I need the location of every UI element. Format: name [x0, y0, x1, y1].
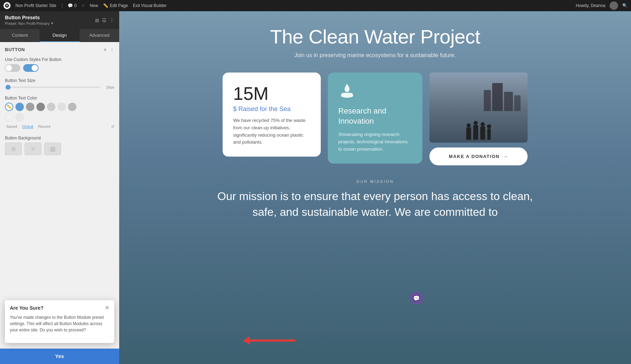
- button-section-header: Button ∧ ⋮: [5, 47, 114, 52]
- color-swatch-blue[interactable]: [15, 103, 24, 111]
- confirm-dialog: Are You Sure? ✕ You've made changes to t…: [5, 300, 114, 343]
- layout-icon[interactable]: ☰: [102, 18, 107, 23]
- edit-page-link[interactable]: ✏️ Edit Page: [103, 3, 128, 8]
- section-more-icon[interactable]: ⋮: [110, 47, 114, 52]
- main-content: The Clean Water Project Join us in prese…: [119, 11, 631, 364]
- photo-image: [429, 73, 528, 143]
- page-subtitle: Join us in preserving marine ecosystems …: [126, 52, 624, 59]
- silhouettes: [429, 122, 528, 143]
- stat-number: 15M: [233, 83, 310, 104]
- color-swatch-gray4[interactable]: [57, 103, 66, 111]
- red-arrow-annotation: [244, 336, 296, 345]
- text-size-field: Button Text Size 16px: [5, 78, 114, 89]
- color-swatches-row: ✏️: [5, 103, 114, 111]
- yes-button[interactable]: Yes: [0, 349, 119, 364]
- donate-button[interactable]: MAKE A DONATION →: [429, 147, 528, 165]
- expand-icon[interactable]: ⊞: [95, 18, 99, 23]
- color-picker-icon[interactable]: ✏️: [5, 103, 13, 111]
- collapse-icon[interactable]: ∧: [103, 47, 107, 52]
- research-card: Research and Innovation Showcasing ongoi…: [328, 73, 422, 164]
- cards-row: 15M $ Raised for the Sea We have recycle…: [119, 66, 631, 172]
- color-swatch-gray1[interactable]: [26, 103, 34, 111]
- bg-label: Button Background: [5, 136, 114, 140]
- color-tab-recent[interactable]: Recent: [37, 124, 52, 129]
- arrow-head: [243, 336, 250, 345]
- sidebar-tabs: Content Design Advanced: [0, 29, 119, 42]
- exit-builder-link[interactable]: Exit Visual Builder: [133, 3, 167, 8]
- svg-text:W: W: [6, 4, 8, 7]
- water-hand-icon: [338, 83, 412, 102]
- page-hero: The Clean Water Project Join us in prese…: [119, 11, 631, 66]
- text-size-track[interactable]: [5, 87, 100, 88]
- custom-styles-toggle-off[interactable]: [5, 64, 20, 72]
- chat-bubble[interactable]: 💬: [410, 292, 423, 304]
- text-color-field: Button Text Color ✏️ Saved Global: [5, 96, 114, 129]
- text-color-label: Button Text Color: [5, 96, 114, 101]
- bg-thumb-3[interactable]: ▦: [44, 143, 61, 155]
- custom-styles-field: Use Custom Styles For Button: [5, 57, 114, 72]
- photo-card: MAKE A DONATION →: [429, 73, 528, 165]
- tab-advanced[interactable]: Advanced: [80, 29, 119, 42]
- mission-section: OUR MISSION Our mission is to ensure tha…: [119, 172, 631, 220]
- bg-thumb-1[interactable]: ⊕: [5, 143, 22, 155]
- color-swatch-gray3[interactable]: [47, 103, 55, 111]
- color-swatch-light[interactable]: [5, 113, 13, 122]
- bg-field: Button Background ⊕ ≡ ▦: [5, 136, 114, 155]
- howdy-text: Howdy, Deanna: [576, 3, 606, 8]
- sidebar-preset: Preset: Non Profit Primary ▾: [5, 21, 53, 26]
- color-refresh-icon[interactable]: ↺: [111, 124, 114, 129]
- color-tab-global[interactable]: Global: [21, 124, 35, 129]
- arrow-shaft: [250, 339, 296, 342]
- color-swatch-gray5[interactable]: [68, 103, 76, 111]
- color-swatch-lighter[interactable]: [15, 113, 24, 122]
- sidebar: Button Presets Preset: Non Profit Primar…: [0, 11, 119, 364]
- bg-thumbs: ⊕ ≡ ▦: [5, 143, 114, 155]
- color-tab-saved[interactable]: Saved: [5, 124, 19, 129]
- custom-styles-label: Use Custom Styles For Button: [5, 57, 114, 62]
- mission-label: OUR MISSION: [140, 179, 610, 184]
- tab-design[interactable]: Design: [40, 29, 79, 42]
- color-row-2: [5, 113, 114, 122]
- stat-card: 15M $ Raised for the Sea We have recycle…: [223, 73, 321, 157]
- top-bar: W Non Profit Starter Site | 💬 0 + New ✏️…: [0, 0, 631, 11]
- dialog-close-button[interactable]: ✕: [105, 305, 109, 311]
- wordpress-icon[interactable]: W: [4, 2, 11, 9]
- dialog-body: You've made changes to the Button Module…: [10, 314, 109, 333]
- dialog-title: Are You Sure?: [10, 305, 43, 311]
- custom-styles-toggle-wrap: [5, 64, 114, 72]
- mission-text: Our mission is to ensure that every pers…: [217, 188, 533, 220]
- new-link[interactable]: New: [90, 3, 98, 8]
- site-name-link[interactable]: Non Profit Starter Site: [15, 3, 56, 8]
- section-title: Button: [5, 47, 25, 52]
- text-size-handle[interactable]: [6, 85, 11, 90]
- color-swatch-gray2[interactable]: [36, 103, 45, 111]
- color-tab-row: Saved Global Recent ↺: [5, 124, 114, 129]
- research-body: Showcasing ongoing research projects, te…: [338, 131, 412, 153]
- custom-styles-toggle-on[interactable]: [23, 64, 39, 72]
- text-size-label: Button Text Size: [5, 78, 114, 83]
- sidebar-header: Button Presets Preset: Non Profit Primar…: [0, 11, 119, 29]
- text-size-slider-wrap: 16px: [5, 85, 114, 89]
- more-icon[interactable]: ⋮: [109, 18, 114, 23]
- tab-content[interactable]: Content: [0, 29, 40, 42]
- text-size-value: 16px: [104, 85, 114, 89]
- bg-thumb-2[interactable]: ≡: [25, 143, 41, 155]
- comments-link[interactable]: 💬 0: [68, 3, 77, 8]
- card-link[interactable]: $ Raised for the Sea: [233, 105, 310, 113]
- sidebar-title: Button Presets: [5, 15, 53, 20]
- arrow-right-icon: →: [503, 154, 508, 159]
- dialog-header: Are You Sure? ✕: [10, 305, 109, 311]
- page-title: The Clean Water Project: [126, 25, 624, 48]
- card-text: We have recycled 75% of the waste from o…: [233, 117, 310, 146]
- search-icon[interactable]: 🔍: [622, 3, 627, 8]
- research-heading: Research and Innovation: [338, 106, 412, 126]
